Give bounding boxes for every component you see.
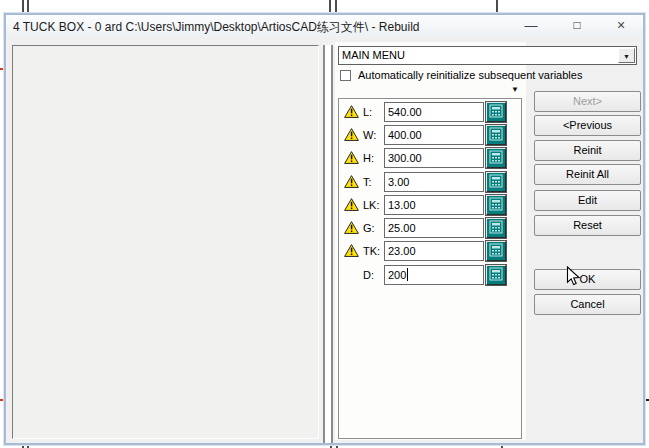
variable-label: D: <box>363 269 385 281</box>
calculator-button[interactable] <box>486 195 506 215</box>
minimize-button[interactable]: — <box>516 16 546 35</box>
drawing-line <box>329 0 331 13</box>
maximize-button[interactable]: □ <box>562 16 592 35</box>
title-bar[interactable]: 4 TUCK BOX - 0 ard C:\Users\Jimmy\Deskto… <box>6 15 643 37</box>
ok-button[interactable]: OK <box>534 269 641 290</box>
variable-input-lk[interactable] <box>384 195 484 215</box>
warning-icon <box>344 174 359 187</box>
warning-icon <box>344 220 359 233</box>
reinit-all-button[interactable]: Reinit All <box>534 164 641 185</box>
calculator-button[interactable] <box>486 241 506 261</box>
variable-input-d[interactable] <box>384 265 484 285</box>
menu-dropdown[interactable]: MAIN MENU ▼ <box>338 46 637 65</box>
variable-input-tk[interactable] <box>384 241 484 261</box>
warning-icon <box>344 197 359 210</box>
drawing-line <box>335 0 337 13</box>
menu-dropdown-value: MAIN MENU <box>342 49 405 61</box>
variable-input-t[interactable] <box>384 172 484 192</box>
variable-label: H: <box>363 152 385 164</box>
variable-label: LK: <box>363 199 385 211</box>
warning-icon <box>344 104 359 117</box>
variable-label: TK: <box>363 245 385 257</box>
warning-icon <box>344 127 359 140</box>
cancel-button[interactable]: Cancel <box>534 294 641 315</box>
variable-input-l[interactable] <box>384 102 484 122</box>
calculator-button[interactable] <box>486 102 506 122</box>
variable-label: T: <box>363 176 385 188</box>
reinit-button[interactable]: Reinit <box>534 140 641 161</box>
warning-icon <box>344 150 359 163</box>
variable-input-h[interactable] <box>384 148 484 168</box>
next-button: Next> <box>534 91 641 112</box>
variable-input-w[interactable] <box>384 125 484 145</box>
calculator-button[interactable] <box>486 125 506 145</box>
screen: { "window": { "title": "4 TUCK BOX - 0 a… <box>0 0 649 448</box>
close-button[interactable]: × <box>606 16 636 35</box>
variable-label: G: <box>363 222 385 234</box>
drawing-line <box>496 0 498 13</box>
mouse-cursor-icon <box>566 266 581 291</box>
variable-label: W: <box>363 129 385 141</box>
calculator-button[interactable] <box>486 172 506 192</box>
text-caret <box>407 268 408 281</box>
drawing-line <box>27 0 29 13</box>
variable-row-tk: TK: <box>6 241 647 262</box>
variable-input-g[interactable] <box>384 218 484 238</box>
drawing-line <box>22 0 24 13</box>
window-title: 4 TUCK BOX - 0 ard C:\Users\Jimmy\Deskto… <box>13 19 420 36</box>
calculator-button[interactable] <box>486 148 506 168</box>
variable-label: L: <box>363 106 385 118</box>
auto-reinitialize-label: Automatically reinitialize subsequent va… <box>358 69 582 81</box>
auto-reinitialize-checkbox[interactable] <box>340 70 351 81</box>
reset-button[interactable]: Reset <box>534 215 641 236</box>
edit-button[interactable]: Edit <box>534 190 641 211</box>
chevron-down-icon[interactable]: ▼ <box>618 48 635 63</box>
scroll-down-icon[interactable]: ▼ <box>511 85 519 94</box>
calculator-button[interactable] <box>486 218 506 238</box>
warning-icon <box>344 243 359 256</box>
rebuild-dialog: 4 TUCK BOX - 0 ard C:\Users\Jimmy\Deskto… <box>4 13 645 445</box>
calculator-button[interactable] <box>486 265 506 285</box>
previous-button[interactable]: <Previous <box>534 115 641 136</box>
